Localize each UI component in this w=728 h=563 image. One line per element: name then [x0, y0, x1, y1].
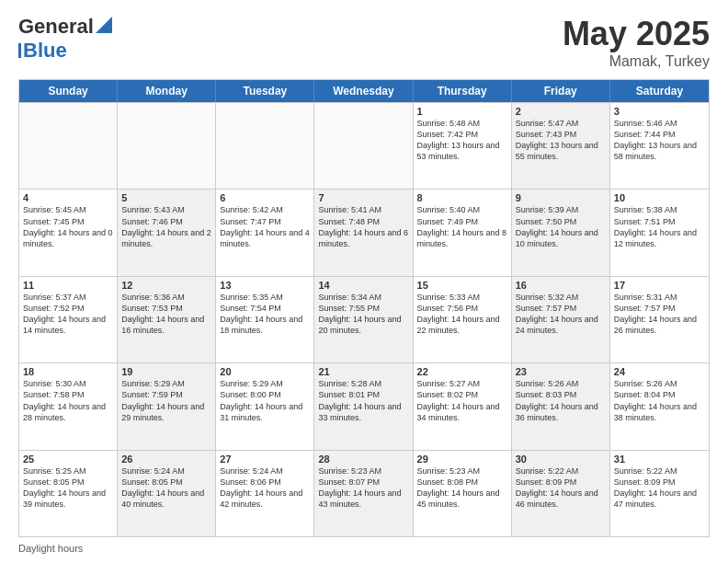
calendar-cell: 30Sunrise: 5:22 AMSunset: 8:09 PMDayligh…: [512, 451, 610, 536]
calendar-cell-empty: [314, 103, 413, 189]
daylight-label: Daylight hours: [18, 543, 83, 554]
cell-info: Sunrise: 5:46 AMSunset: 7:44 PMDaylight:…: [614, 118, 705, 163]
calendar-header: SundayMondayTuesdayWednesdayThursdayFrid…: [19, 80, 709, 102]
day-number: 6: [220, 192, 310, 203]
title-location: Mamak, Turkey: [563, 53, 710, 70]
day-number: 1: [417, 106, 507, 117]
calendar-row: 25Sunrise: 5:25 AMSunset: 8:05 PMDayligh…: [19, 450, 709, 536]
calendar-row: 1Sunrise: 5:48 AMSunset: 7:42 PMDaylight…: [19, 102, 709, 189]
day-number: 16: [516, 280, 606, 291]
day-number: 25: [23, 454, 113, 465]
calendar-cell: 13Sunrise: 5:35 AMSunset: 7:54 PMDayligh…: [216, 277, 314, 362]
day-number: 3: [614, 106, 705, 117]
day-number: 31: [614, 454, 705, 465]
calendar-cell: 2Sunrise: 5:47 AMSunset: 7:43 PMDaylight…: [512, 103, 610, 189]
calendar-cell: 3Sunrise: 5:46 AMSunset: 7:44 PMDaylight…: [610, 103, 709, 189]
cell-info: Sunrise: 5:22 AMSunset: 8:09 PMDaylight:…: [614, 465, 705, 511]
logo-arrow-icon: [96, 17, 112, 33]
cell-info: Sunrise: 5:31 AMSunset: 7:57 PMDaylight:…: [614, 292, 705, 337]
cell-info: Sunrise: 5:24 AMSunset: 8:06 PMDaylight:…: [220, 465, 310, 511]
day-number: 5: [121, 192, 211, 203]
title-month: May 2025: [563, 15, 710, 53]
calendar-cell: 22Sunrise: 5:27 AMSunset: 8:02 PMDayligh…: [414, 363, 512, 449]
calendar-cell: 28Sunrise: 5:23 AMSunset: 8:07 PMDayligh…: [314, 451, 413, 536]
cell-info: Sunrise: 5:32 AMSunset: 7:57 PMDaylight:…: [516, 292, 606, 337]
calendar-cell: 8Sunrise: 5:40 AMSunset: 7:49 PMDaylight…: [414, 190, 512, 275]
cell-info: Sunrise: 5:26 AMSunset: 8:03 PMDaylight:…: [516, 378, 606, 423]
footer: Daylight hours: [18, 543, 710, 554]
day-number: 20: [220, 366, 310, 377]
cell-info: Sunrise: 5:43 AMSunset: 7:46 PMDaylight:…: [121, 204, 211, 249]
cell-info: Sunrise: 5:37 AMSunset: 7:52 PMDaylight:…: [23, 292, 113, 337]
calendar-header-day: Wednesday: [314, 80, 413, 102]
day-number: 28: [318, 454, 408, 465]
cell-info: Sunrise: 5:35 AMSunset: 7:54 PMDaylight:…: [220, 292, 310, 337]
day-number: 15: [417, 280, 507, 291]
calendar-row: 11Sunrise: 5:37 AMSunset: 7:52 PMDayligh…: [19, 276, 709, 362]
calendar-cell: 17Sunrise: 5:31 AMSunset: 7:57 PMDayligh…: [610, 277, 709, 362]
cell-info: Sunrise: 5:33 AMSunset: 7:56 PMDaylight:…: [417, 292, 507, 337]
calendar-cell: 31Sunrise: 5:22 AMSunset: 8:09 PMDayligh…: [610, 451, 709, 536]
calendar-cell: 1Sunrise: 5:48 AMSunset: 7:42 PMDaylight…: [414, 103, 512, 189]
day-number: 19: [121, 366, 211, 377]
cell-info: Sunrise: 5:28 AMSunset: 8:01 PMDaylight:…: [318, 378, 408, 423]
page: General Blue May 2025 Mamak, Turkey Sund…: [0, 0, 728, 563]
day-number: 9: [516, 192, 606, 203]
calendar-header-day: Monday: [118, 80, 216, 102]
logo: General Blue: [18, 15, 112, 63]
cell-info: Sunrise: 5:26 AMSunset: 8:04 PMDaylight:…: [614, 378, 705, 423]
calendar-cell: 9Sunrise: 5:39 AMSunset: 7:50 PMDaylight…: [512, 190, 610, 275]
calendar-cell: 20Sunrise: 5:29 AMSunset: 8:00 PMDayligh…: [216, 363, 314, 449]
calendar-cell: 4Sunrise: 5:45 AMSunset: 7:45 PMDaylight…: [19, 190, 118, 275]
calendar-cell: 16Sunrise: 5:32 AMSunset: 7:57 PMDayligh…: [512, 277, 610, 362]
day-number: 14: [318, 280, 408, 291]
logo-bar: [18, 43, 21, 58]
logo-blue: Blue: [23, 39, 67, 63]
calendar-cell: 11Sunrise: 5:37 AMSunset: 7:52 PMDayligh…: [19, 277, 118, 362]
cell-info: Sunrise: 5:47 AMSunset: 7:43 PMDaylight:…: [516, 118, 606, 163]
day-number: 4: [23, 192, 113, 203]
day-number: 24: [614, 366, 705, 377]
calendar-cell: 25Sunrise: 5:25 AMSunset: 8:05 PMDayligh…: [19, 451, 118, 536]
cell-info: Sunrise: 5:36 AMSunset: 7:53 PMDaylight:…: [121, 292, 211, 337]
calendar-cell-empty: [216, 103, 314, 189]
day-number: 26: [121, 454, 211, 465]
calendar-cell: 19Sunrise: 5:29 AMSunset: 7:59 PMDayligh…: [118, 363, 216, 449]
cell-info: Sunrise: 5:34 AMSunset: 7:55 PMDaylight:…: [318, 292, 408, 337]
calendar-cell: 27Sunrise: 5:24 AMSunset: 8:06 PMDayligh…: [216, 451, 314, 536]
day-number: 30: [516, 454, 606, 465]
day-number: 22: [417, 366, 507, 377]
cell-info: Sunrise: 5:24 AMSunset: 8:05 PMDaylight:…: [121, 465, 211, 511]
calendar-row: 18Sunrise: 5:30 AMSunset: 7:58 PMDayligh…: [19, 362, 709, 449]
day-number: 29: [417, 454, 507, 465]
cell-info: Sunrise: 5:40 AMSunset: 7:49 PMDaylight:…: [417, 204, 507, 249]
calendar-cell: 5Sunrise: 5:43 AMSunset: 7:46 PMDaylight…: [118, 190, 216, 275]
day-number: 23: [516, 366, 606, 377]
cell-info: Sunrise: 5:27 AMSunset: 8:02 PMDaylight:…: [417, 378, 507, 423]
day-number: 10: [614, 192, 705, 203]
cell-info: Sunrise: 5:29 AMSunset: 8:00 PMDaylight:…: [220, 378, 310, 423]
cell-info: Sunrise: 5:42 AMSunset: 7:47 PMDaylight:…: [220, 204, 310, 249]
cell-info: Sunrise: 5:38 AMSunset: 7:51 PMDaylight:…: [614, 204, 705, 249]
calendar-cell-empty: [19, 103, 118, 189]
calendar-row: 4Sunrise: 5:45 AMSunset: 7:45 PMDaylight…: [19, 189, 709, 275]
calendar-cell: 26Sunrise: 5:24 AMSunset: 8:05 PMDayligh…: [118, 451, 216, 536]
cell-info: Sunrise: 5:25 AMSunset: 8:05 PMDaylight:…: [23, 465, 113, 511]
day-number: 12: [121, 280, 211, 291]
cell-info: Sunrise: 5:39 AMSunset: 7:50 PMDaylight:…: [516, 204, 606, 249]
calendar-cell: 14Sunrise: 5:34 AMSunset: 7:55 PMDayligh…: [314, 277, 413, 362]
logo-general: General: [18, 15, 94, 39]
day-number: 7: [318, 192, 408, 203]
day-number: 17: [614, 280, 705, 291]
calendar-body: 1Sunrise: 5:48 AMSunset: 7:42 PMDaylight…: [19, 102, 709, 536]
calendar-cell: 12Sunrise: 5:36 AMSunset: 7:53 PMDayligh…: [118, 277, 216, 362]
day-number: 13: [220, 280, 310, 291]
calendar-cell: 18Sunrise: 5:30 AMSunset: 7:58 PMDayligh…: [19, 363, 118, 449]
calendar: SundayMondayTuesdayWednesdayThursdayFrid…: [18, 79, 710, 537]
calendar-cell: 21Sunrise: 5:28 AMSunset: 8:01 PMDayligh…: [314, 363, 413, 449]
calendar-cell: 15Sunrise: 5:33 AMSunset: 7:56 PMDayligh…: [414, 277, 512, 362]
title-block: May 2025 Mamak, Turkey: [563, 15, 710, 70]
cell-info: Sunrise: 5:23 AMSunset: 8:08 PMDaylight:…: [417, 465, 507, 511]
cell-info: Sunrise: 5:29 AMSunset: 7:59 PMDaylight:…: [121, 378, 211, 423]
calendar-cell: 29Sunrise: 5:23 AMSunset: 8:08 PMDayligh…: [414, 451, 512, 536]
